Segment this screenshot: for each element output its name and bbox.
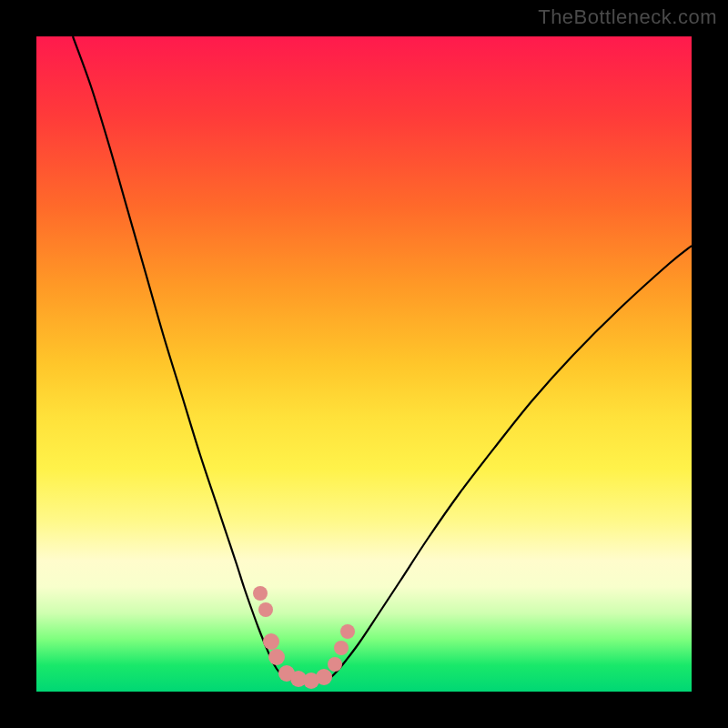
m-bottom-4 [316, 669, 332, 685]
curve-right-branch [329, 246, 692, 679]
attribution-watermark: TheBottleneck.com [538, 5, 717, 29]
m-right-2 [334, 641, 349, 655]
m-left-up-2 [258, 602, 273, 617]
m-left-2 [268, 649, 285, 665]
m-left-1 [263, 633, 279, 650]
curve-left-branch [73, 36, 287, 679]
m-right-3 [340, 624, 355, 639]
gradient-plot-area [36, 36, 692, 692]
m-left-up-1 [253, 586, 268, 601]
m-bottom-1 [278, 665, 295, 682]
curve-plateau [287, 679, 329, 682]
curve-overlay [36, 36, 692, 692]
m-bottom-3 [303, 672, 319, 689]
chart-frame: TheBottleneck.com [0, 0, 728, 728]
m-right-1 [328, 657, 342, 672]
marker-group [253, 586, 355, 689]
m-bottom-2 [290, 671, 307, 687]
